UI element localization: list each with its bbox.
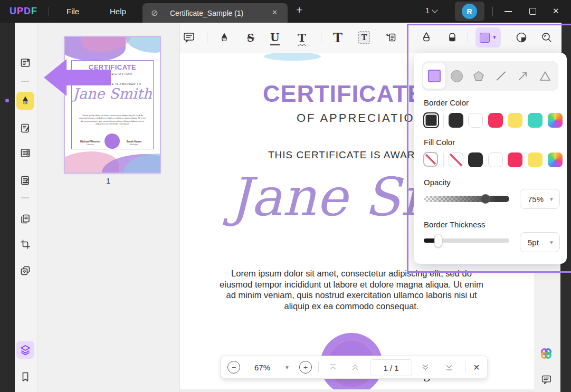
pencil-tool[interactable] [417, 28, 436, 47]
bar-divider [318, 362, 319, 372]
border-color-white[interactable] [468, 113, 483, 128]
text-box-tool[interactable]: T [355, 28, 374, 47]
sidebar-item-annotate[interactable] [16, 92, 34, 110]
text-tool[interactable]: T [328, 28, 347, 47]
search-icon[interactable] [537, 28, 556, 47]
titlebar-divider [492, 7, 493, 16]
close-window-icon[interactable]: ✕ [553, 6, 559, 16]
border-color-yellow[interactable] [508, 113, 522, 128]
fill-color-none[interactable] [449, 152, 463, 167]
shape-properties-panel: Border Color Fill Color Opacity 75% ▼ Bo… [414, 53, 567, 264]
eraser-tool[interactable] [443, 28, 462, 47]
zoom-level-value: 67% [250, 356, 274, 378]
titlebar-divider [49, 7, 49, 16]
swatch-divider [443, 153, 444, 167]
thumb-signature-left: Michael Winston Director [74, 140, 107, 146]
shape-option-arrow[interactable] [512, 63, 534, 89]
strikethrough-tool[interactable]: S [241, 28, 260, 47]
opacity-value-dropdown[interactable]: 75% ▼ [520, 189, 560, 209]
border-color-red[interactable] [488, 113, 503, 128]
thickness-slider-knob[interactable] [434, 234, 442, 247]
fill-color-white[interactable] [488, 152, 503, 167]
account-button[interactable]: R [455, 2, 484, 21]
certificate-decoration-blob [264, 52, 321, 61]
fill-color-custom-picker[interactable] [548, 152, 563, 167]
sidebar-item-recognize-ocr[interactable] [16, 262, 34, 280]
file-menu[interactable]: File [66, 7, 79, 16]
rectangle-shape-icon [480, 33, 490, 43]
shape-option-pentagon[interactable] [468, 63, 490, 89]
annotate-toolbar: S U T T T [179, 23, 408, 53]
fill-color-black[interactable] [468, 152, 483, 167]
sidebar-item-layers[interactable] [16, 341, 34, 359]
fill-color-yellow[interactable] [528, 152, 543, 167]
sidebar-item-organize-pages[interactable] [16, 210, 34, 228]
sidebar-item-crop[interactable] [16, 235, 34, 253]
border-color-label: Border Color [424, 98, 469, 107]
new-tab-button[interactable]: + [296, 4, 302, 16]
text-callout-tool[interactable] [381, 28, 400, 47]
opacity-value: 75% [528, 195, 544, 204]
next-page-button[interactable] [418, 356, 433, 378]
opacity-label: Opacity [424, 178, 451, 187]
minimize-icon[interactable] [505, 11, 512, 12]
zoom-out-button[interactable]: − [227, 356, 240, 378]
updf-app-window: CERTIFICATE OF APPRECIATION THIS CERTIFI… [0, 0, 571, 392]
page-thumbnail-1[interactable]: CERTIFICATE OF APPRECIATION THIS CERTIFI… [65, 37, 160, 173]
document-tab[interactable]: ⊘ Certificate_Sample (1) ✕ [142, 3, 288, 23]
document-tab-icon: ⊘ [151, 8, 158, 18]
updf-logo: UPDF [9, 6, 37, 17]
caret-down-icon: ▼ [549, 196, 554, 202]
swatch-divider [443, 114, 444, 128]
toolbar-divider [207, 32, 207, 43]
thumbnail-page-number: 1 [37, 177, 179, 185]
page-bottom-edge [179, 389, 534, 392]
chevron-down-icon [432, 7, 437, 13]
sidebar-item-edit-pdf[interactable] [16, 119, 34, 137]
fill-color-selected-none[interactable] [423, 152, 438, 167]
shape-option-rectangle[interactable] [423, 63, 445, 89]
page-indicator[interactable]: 1 / 1 [370, 359, 412, 376]
sidebar-item-reader[interactable] [16, 54, 34, 72]
squiggly-underline-tool[interactable]: T [292, 28, 311, 47]
fill-color-red[interactable] [508, 152, 522, 167]
sidebar-item-sign[interactable] [16, 171, 34, 189]
shape-option-ellipse[interactable] [445, 63, 468, 89]
zoom-dropdown-caret[interactable]: ▼ [283, 356, 291, 378]
opacity-slider-knob[interactable] [481, 194, 490, 204]
zoom-page-bar: − 67% ▼ + 1 / 1 ✕ [221, 356, 488, 379]
document-tab-title: Certificate_Sample (1) [170, 9, 243, 17]
shape-tool-active[interactable]: ▼ [475, 27, 501, 47]
sidebar-item-forms[interactable] [16, 144, 34, 162]
sticky-note-tool[interactable] [179, 28, 198, 47]
previous-page-button[interactable] [348, 356, 363, 378]
title-bar: UPDF File Help ⊘ Certificate_Sample (1) … [0, 0, 571, 23]
tab-close-icon[interactable]: ✕ [272, 8, 278, 16]
shape-option-triangle[interactable] [534, 63, 556, 89]
last-page-button[interactable] [442, 356, 456, 378]
help-menu[interactable]: Help [110, 7, 126, 16]
zoom-in-button[interactable]: + [299, 356, 312, 378]
border-color-black[interactable] [449, 113, 463, 128]
fill-color-label: Fill Color [424, 138, 455, 147]
border-thickness-label: Border Thickness [424, 220, 485, 229]
first-page-button[interactable] [326, 356, 340, 378]
border-color-teal[interactable] [528, 113, 543, 128]
sidebar-item-bookmarks[interactable] [16, 368, 34, 386]
page-thumbnails-panel: CERTIFICATE OF APPRECIATION THIS CERTIFI… [37, 23, 180, 392]
thickness-value-dropdown[interactable]: 5pt ▼ [520, 232, 560, 252]
border-color-custom-picker[interactable] [548, 113, 563, 128]
thumb-decor-blob [126, 37, 160, 53]
underline-tool[interactable]: U [265, 28, 284, 47]
border-color-selected-swatch[interactable] [423, 112, 439, 128]
feedback-comment-icon[interactable] [541, 374, 552, 385]
left-sidebar [15, 23, 37, 392]
highlighter-tool[interactable] [215, 28, 234, 47]
maximize-icon[interactable] [529, 8, 536, 15]
ai-assistant-icon[interactable] [539, 347, 553, 360]
close-bar-button[interactable]: ✕ [469, 356, 484, 378]
tab-count-selector[interactable]: 1 [425, 6, 437, 15]
shape-option-line[interactable] [490, 63, 512, 89]
contrast-tool[interactable] [512, 28, 531, 47]
opacity-slider-track[interactable] [424, 196, 509, 202]
